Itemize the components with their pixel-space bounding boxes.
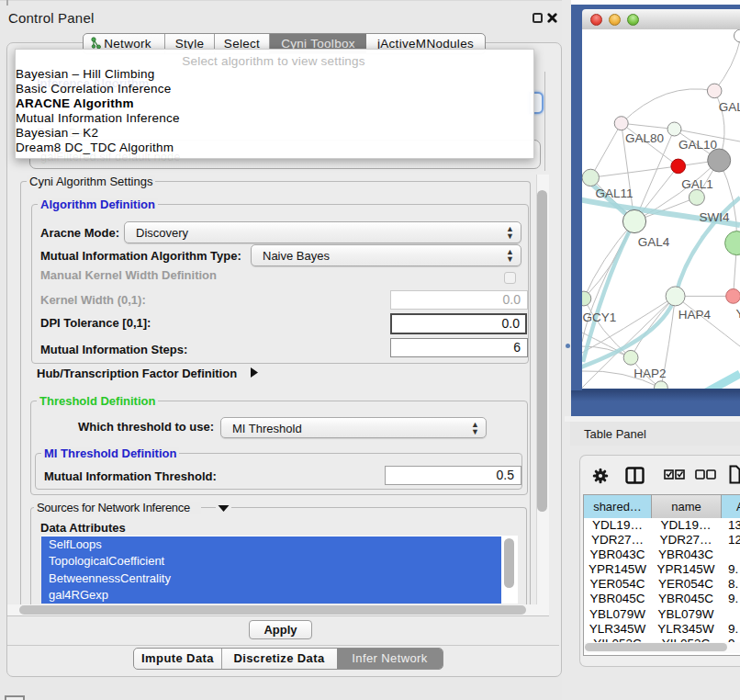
svg-text:GAL1: GAL1 xyxy=(681,177,713,191)
svg-text:GAL4: GAL4 xyxy=(638,235,670,249)
svg-text:SWI4: SWI4 xyxy=(699,210,729,224)
svg-text:GCY1: GCY1 xyxy=(583,310,617,324)
svg-text:GAL8: GAL8 xyxy=(719,100,740,114)
svg-text:GAL10: GAL10 xyxy=(678,138,717,152)
svg-text:GAL80: GAL80 xyxy=(625,131,664,145)
svg-text:Y: Y xyxy=(735,307,740,321)
svg-text:GAL11: GAL11 xyxy=(595,186,633,200)
svg-text:HAP4: HAP4 xyxy=(678,308,712,322)
svg-text:HAP2: HAP2 xyxy=(633,367,666,380)
